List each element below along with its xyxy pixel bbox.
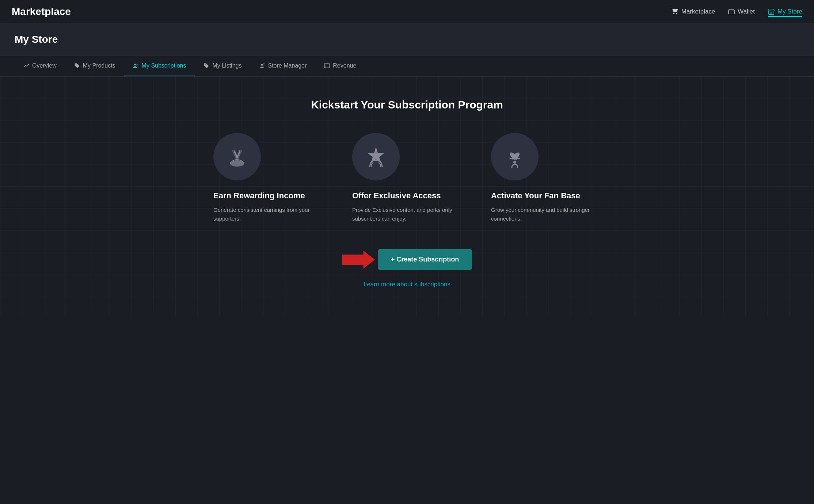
earn-desc: Generate consistent earnings from your s… xyxy=(213,206,323,223)
tag-icon xyxy=(74,63,80,69)
svg-marker-12 xyxy=(342,251,375,269)
top-nav-links: Marketplace Wallet My Store xyxy=(672,7,802,17)
tab-storemanager[interactable]: Store Manager xyxy=(250,56,315,76)
fanbase-title: Activate Your Fan Base xyxy=(491,191,580,201)
main-content: Kickstart Your Subscription Program Earn… xyxy=(0,77,814,317)
feature-earn: Earn Rewarding Income Generate consisten… xyxy=(213,133,323,223)
store-icon xyxy=(768,8,775,15)
fanbase-desc: Grow your community and build stronger c… xyxy=(491,206,601,223)
people-icon xyxy=(133,63,139,69)
create-subscription-button[interactable]: + Create Subscription xyxy=(378,249,472,270)
manager-icon xyxy=(259,63,265,69)
top-nav: Marketplace Marketplace Wallet My xyxy=(0,0,814,23)
svg-rect-6 xyxy=(324,64,330,68)
feature-fanbase: Activate Your Fan Base Grow your communi… xyxy=(491,133,601,223)
sub-nav: Overview My Products My Subscriptions My… xyxy=(0,56,814,77)
tab-myproducts[interactable]: My Products xyxy=(65,56,124,76)
store-header: My Store xyxy=(0,23,814,56)
svg-point-4 xyxy=(136,64,137,65)
nav-marketplace[interactable]: Marketplace xyxy=(672,7,715,17)
arrow-indicator xyxy=(342,249,375,271)
wallet-icon xyxy=(728,8,735,15)
marketplace-icon xyxy=(672,8,678,15)
exclusive-desc: Provide Exclusive content and perks only… xyxy=(352,206,462,223)
heart-icon-circle xyxy=(491,133,539,180)
svg-point-3 xyxy=(134,64,136,65)
earn-icon xyxy=(224,144,250,169)
features-row: Earn Rewarding Income Generate consisten… xyxy=(188,133,626,223)
red-arrow-icon xyxy=(342,249,375,271)
star-icon-circle xyxy=(352,133,400,180)
tag-icon2 xyxy=(204,63,209,69)
feature-exclusive: Offer Exclusive Access Provide Exclusive… xyxy=(352,133,462,223)
nav-mystore[interactable]: My Store xyxy=(768,7,802,17)
svg-point-11 xyxy=(513,161,516,164)
earn-title: Earn Rewarding Income xyxy=(213,191,305,201)
svg-point-5 xyxy=(261,64,263,66)
store-header-title: My Store xyxy=(15,34,799,45)
tab-overview[interactable]: Overview xyxy=(15,56,65,76)
svg-rect-0 xyxy=(729,9,734,14)
heart-icon xyxy=(502,144,528,169)
chart-icon xyxy=(23,63,29,69)
tab-revenue[interactable]: Revenue xyxy=(315,56,365,76)
revenue-icon xyxy=(324,63,330,69)
section-title: Kickstart Your Subscription Program xyxy=(311,99,503,111)
nav-wallet[interactable]: Wallet xyxy=(728,7,755,17)
star-icon xyxy=(363,144,389,169)
action-area: + Create Subscription xyxy=(342,249,472,271)
tab-mylistings[interactable]: My Listings xyxy=(195,56,250,76)
app-logo: Marketplace xyxy=(12,6,71,18)
svg-rect-2 xyxy=(770,12,772,14)
learn-more-link[interactable]: Learn more about subscriptions xyxy=(364,281,450,288)
exclusive-title: Offer Exclusive Access xyxy=(352,191,441,201)
earn-icon-circle xyxy=(213,133,261,180)
tab-mysubscriptions[interactable]: My Subscriptions xyxy=(124,56,195,76)
